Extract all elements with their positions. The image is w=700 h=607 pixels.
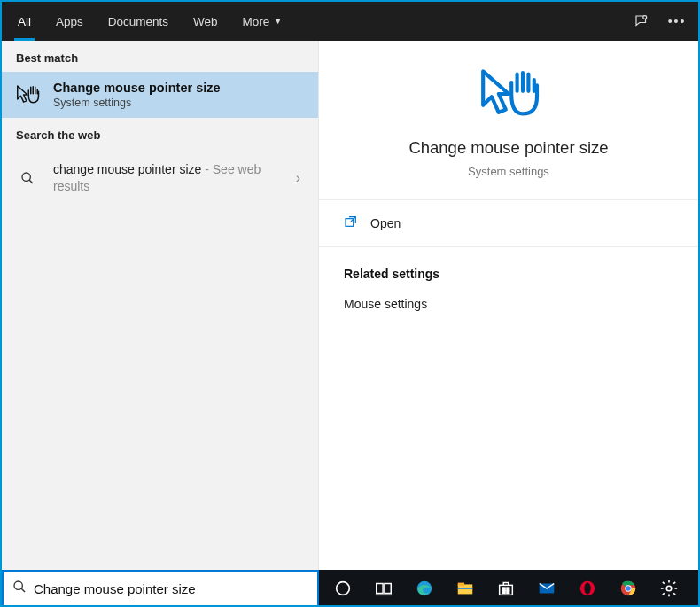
best-match-subtitle: System settings: [53, 97, 221, 109]
search-tabs: All Apps Documents Web More▼ •••: [2, 2, 698, 41]
best-match-title: Change mouse pointer size: [53, 81, 221, 95]
svg-rect-12: [458, 583, 464, 587]
svg-line-5: [21, 588, 25, 592]
search-web-header: Search the web: [2, 118, 318, 149]
best-match-header: Best match: [2, 41, 318, 72]
tab-web[interactable]: Web: [181, 2, 230, 41]
web-result-item[interactable]: change mouse pointer size - See web resu…: [2, 149, 318, 207]
taskbar: [319, 570, 698, 607]
svg-point-24: [626, 586, 631, 591]
svg-rect-7: [377, 584, 383, 594]
more-options-icon[interactable]: •••: [659, 2, 695, 41]
results-panel: Best match Change mouse pointer size Sys…: [2, 41, 319, 570]
svg-rect-8: [385, 584, 391, 594]
svg-point-1: [22, 173, 30, 181]
preview-title: Change mouse pointer size: [337, 138, 681, 158]
file-explorer-icon[interactable]: [447, 570, 484, 607]
opera-icon[interactable]: [569, 570, 606, 607]
svg-point-0: [643, 16, 647, 19]
svg-rect-16: [507, 588, 509, 590]
svg-rect-14: [500, 585, 513, 595]
tab-more[interactable]: More▼: [230, 2, 295, 41]
tab-all[interactable]: All: [5, 2, 43, 41]
open-label: Open: [370, 216, 401, 230]
feedback-icon[interactable]: [624, 2, 659, 41]
svg-point-6: [337, 582, 350, 595]
cortana-icon[interactable]: [324, 570, 362, 607]
task-view-icon[interactable]: [365, 570, 402, 607]
svg-point-21: [584, 583, 590, 595]
svg-rect-13: [458, 588, 473, 589]
tab-more-label: More: [243, 15, 270, 28]
mouse-pointer-icon: [14, 82, 41, 108]
search-input[interactable]: [34, 581, 308, 596]
tab-documents-label: Documents: [108, 15, 168, 28]
web-result-query: change mouse pointer size: [53, 162, 201, 176]
preview-panel: Change mouse pointer size System setting…: [319, 41, 698, 570]
svg-rect-18: [507, 591, 509, 594]
svg-point-25: [666, 586, 672, 591]
related-item-mouse-settings[interactable]: Mouse settings: [344, 295, 673, 313]
caret-down-icon: ▼: [274, 17, 282, 26]
related-settings-header: Related settings: [344, 267, 673, 281]
svg-rect-17: [502, 591, 505, 594]
preview-subtitle: System settings: [337, 165, 681, 178]
chrome-icon[interactable]: [610, 570, 647, 607]
tab-all-label: All: [18, 15, 31, 28]
search-icon: [12, 580, 27, 597]
open-action[interactable]: Open: [319, 200, 698, 247]
web-result-text: change mouse pointer size - See web resu…: [53, 161, 284, 195]
svg-point-4: [14, 581, 22, 589]
settings-gear-icon[interactable]: [650, 570, 688, 607]
svg-line-2: [29, 180, 33, 183]
tab-apps-label: Apps: [56, 15, 83, 28]
tab-web-label: Web: [193, 15, 218, 28]
search-icon: [14, 171, 41, 185]
tab-apps[interactable]: Apps: [43, 2, 96, 41]
search-box[interactable]: [2, 570, 319, 607]
microsoft-store-icon[interactable]: [487, 570, 525, 607]
open-icon: [344, 214, 358, 232]
mail-icon[interactable]: [528, 570, 565, 607]
best-match-item[interactable]: Change mouse pointer size System setting…: [2, 72, 318, 118]
svg-rect-15: [502, 588, 505, 590]
preview-mouse-pointer-icon: [337, 66, 681, 122]
chevron-right-icon[interactable]: ›: [296, 170, 306, 186]
tab-documents[interactable]: Documents: [96, 2, 181, 41]
edge-icon[interactable]: [406, 570, 443, 607]
